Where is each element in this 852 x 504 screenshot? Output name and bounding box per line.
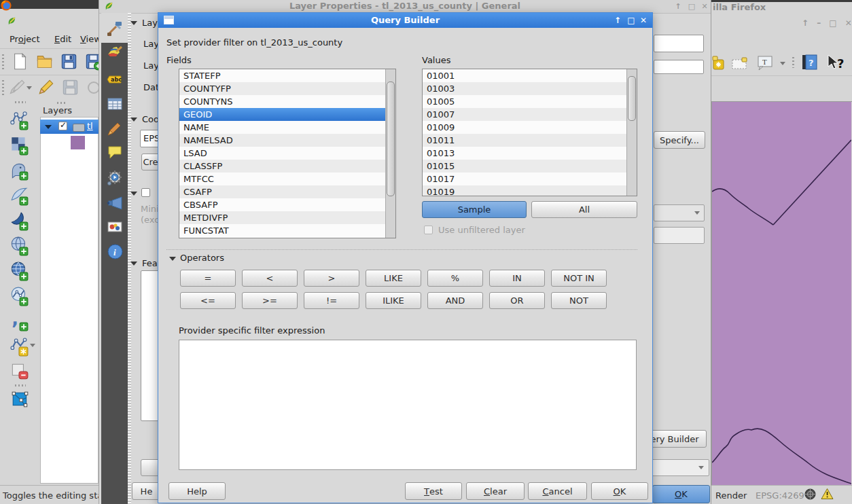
- sidebar-resize-handle[interactable]: [128, 13, 131, 504]
- qb-close-icon[interactable]: ✕: [638, 16, 649, 25]
- tab-fields-icon[interactable]: [107, 96, 123, 112]
- whats-this-cursor-icon[interactable]: ?: [826, 54, 845, 72]
- field-row[interactable]: NAME: [179, 121, 386, 134]
- annotation-button[interactable]: [732, 57, 748, 69]
- field-row[interactable]: CSAFP: [179, 185, 386, 198]
- collapse-icon[interactable]: [130, 21, 137, 25]
- operator-button[interactable]: <=: [180, 292, 236, 309]
- operator-button[interactable]: LIKE: [366, 270, 421, 287]
- field-row[interactable]: COUNTYFP: [179, 82, 386, 95]
- field-row[interactable]: CBSAFP: [179, 198, 386, 211]
- all-button[interactable]: All: [531, 201, 637, 218]
- field-row[interactable]: STATEFP: [179, 69, 386, 82]
- operators-collapse-icon[interactable]: [169, 257, 176, 261]
- operator-button[interactable]: AND: [427, 292, 483, 309]
- scrollbar-thumb[interactable]: [628, 76, 636, 121]
- collapse-icon[interactable]: [130, 262, 137, 266]
- operator-button[interactable]: IN: [489, 270, 545, 287]
- qb-shade-icon[interactable]: ↑: [612, 16, 623, 25]
- open-project-button[interactable]: [35, 52, 54, 71]
- value-row[interactable]: 01017: [423, 173, 627, 185]
- add-vector-layer-button[interactable]: [10, 110, 29, 130]
- firefox-close-icon[interactable]: ✕: [845, 18, 852, 28]
- qb-clear-button[interactable]: Clear: [466, 482, 525, 500]
- layer-name[interactable]: tl: [87, 121, 93, 131]
- save-project-button[interactable]: [60, 52, 78, 71]
- operator-button[interactable]: NOT IN: [551, 270, 607, 287]
- new-layer-dropdown-icon[interactable]: [30, 344, 35, 347]
- layer-properties-titlebar[interactable]: Layer Properties - tl_2013_us_county | G…: [99, 0, 711, 14]
- crs-field[interactable]: EPS: [140, 130, 160, 147]
- qb-test-button[interactable]: Test: [405, 482, 462, 500]
- scale-visibility-checkbox[interactable]: [141, 188, 150, 197]
- add-spatialite-layer-button[interactable]: [10, 185, 29, 206]
- tab-joins-icon[interactable]: [107, 194, 123, 211]
- sample-button[interactable]: Sample: [422, 201, 527, 218]
- qb-ok-button[interactable]: OK: [591, 482, 648, 500]
- scale-field[interactable]: [654, 227, 705, 244]
- operator-button[interactable]: %: [427, 270, 483, 287]
- add-wms-layer-button[interactable]: [10, 261, 29, 281]
- new-shapefile-layer-button[interactable]: [10, 336, 29, 357]
- save-edits-button[interactable]: [61, 78, 79, 96]
- layer-visibility-checkbox[interactable]: ✓: [58, 122, 67, 130]
- lp-ok-button[interactable]: OK: [652, 485, 710, 503]
- crs-status-icon[interactable]: [804, 488, 816, 500]
- operator-button[interactable]: !=: [304, 292, 359, 309]
- field-row[interactable]: COUNTYNS: [179, 95, 386, 108]
- firefox-minimize-icon[interactable]: –: [817, 18, 821, 28]
- lp-shade-icon[interactable]: ↑: [673, 2, 683, 11]
- display-name-field[interactable]: [654, 35, 704, 52]
- field-row[interactable]: METDIVFP: [179, 211, 386, 224]
- toggle-editing-button[interactable]: [37, 78, 55, 96]
- tab-labels-icon[interactable]: abc: [107, 71, 123, 87]
- fields-list[interactable]: STATEFPCOUNTYFPCOUNTYNSGEOIDNAMENAMELSAD…: [179, 69, 396, 238]
- annotation-dropdown-icon[interactable]: [780, 62, 785, 65]
- tab-diagrams-icon[interactable]: [107, 219, 123, 235]
- tab-general-icon[interactable]: [107, 20, 123, 37]
- add-wfs-layer-button[interactable]: [10, 286, 29, 306]
- lp-help-button[interactable]: He: [132, 482, 161, 500]
- add-postgis-layer-button[interactable]: [10, 160, 29, 181]
- help-button-icon[interactable]: ?: [801, 54, 818, 71]
- layers-panel-handle[interactable]: [57, 102, 67, 104]
- create-crs-button[interactable]: Cre: [141, 154, 160, 170]
- menu-project[interactable]: Project: [10, 34, 40, 44]
- operator-button[interactable]: ILIKE: [366, 292, 421, 309]
- text-annotation-button[interactable]: T: [757, 55, 773, 71]
- field-row[interactable]: MTFCC: [179, 173, 386, 185]
- remove-layer-button[interactable]: [10, 361, 29, 382]
- add-mssql-layer-button[interactable]: [10, 211, 29, 231]
- field-row[interactable]: FUNCSTAT: [179, 224, 386, 237]
- operator-button[interactable]: <: [242, 270, 298, 287]
- messages-warning-icon[interactable]: [821, 488, 834, 500]
- value-row[interactable]: 01009: [423, 121, 627, 134]
- menu-edit[interactable]: Edit: [54, 34, 71, 44]
- tab-style-icon[interactable]: [107, 45, 123, 61]
- scale-combobox[interactable]: [654, 204, 705, 221]
- firefox-shade-icon[interactable]: ↑: [802, 18, 809, 28]
- crs-status-label[interactable]: EPSG:4269: [756, 490, 804, 501]
- operator-button[interactable]: =: [180, 270, 236, 287]
- layer-source-field[interactable]: [654, 60, 704, 74]
- qb-cancel-button[interactable]: Cancel: [528, 482, 587, 500]
- operator-button[interactable]: NOT: [551, 292, 607, 309]
- tab-actions-icon[interactable]: [107, 170, 123, 186]
- form-annotation-button[interactable]: [712, 56, 726, 71]
- value-row[interactable]: 01019: [423, 185, 627, 196]
- new-project-button[interactable]: [11, 52, 29, 71]
- toolbar-handle[interactable]: [2, 80, 4, 96]
- lp-maximize-icon[interactable]: □: [687, 2, 696, 11]
- values-list[interactable]: 0100101003010050100701009010110101301015…: [422, 69, 637, 196]
- value-row[interactable]: 01013: [423, 147, 627, 160]
- fields-scrollbar[interactable]: [385, 69, 395, 238]
- value-row[interactable]: 01003: [423, 82, 627, 95]
- operator-button[interactable]: OR: [489, 292, 545, 309]
- map-canvas[interactable]: [711, 101, 852, 486]
- field-row[interactable]: CLASSFP: [179, 160, 386, 173]
- value-row[interactable]: 01007: [423, 108, 627, 121]
- layer-row[interactable]: ✓ tl: [40, 120, 99, 134]
- tab-display-icon[interactable]: [107, 144, 123, 160]
- add-raster-layer-button[interactable]: [10, 135, 29, 156]
- field-row[interactable]: GEOID: [179, 108, 386, 121]
